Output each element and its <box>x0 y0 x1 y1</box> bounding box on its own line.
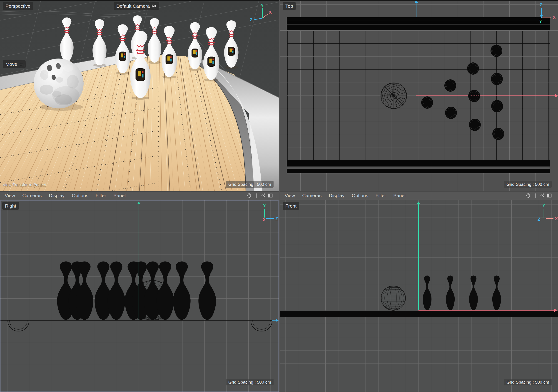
svg-text:X: X <box>263 217 266 222</box>
grid-spacing-top: Grid Spacing : 500 cm <box>504 181 552 188</box>
tool-badge-move[interactable]: Move <box>3 60 26 68</box>
grid-spacing-right: Grid Spacing : 500 cm <box>226 379 274 385</box>
menu-options[interactable]: Options <box>68 193 92 198</box>
application-window: View Cameras Display Options Filter Pane… <box>0 0 558 392</box>
svg-text:Z: Z <box>250 17 253 22</box>
grid-spacing-perspective: Grid Spacing : 500 cm <box>226 181 274 188</box>
front-background <box>280 200 558 392</box>
top-scene <box>280 0 558 191</box>
menu-view[interactable]: View <box>280 193 298 198</box>
svg-text:X: X <box>553 15 556 20</box>
svg-text:Y: Y <box>539 19 542 23</box>
menu-filter[interactable]: Filter <box>372 193 390 198</box>
front-viewport[interactable] <box>280 200 558 392</box>
menu-display[interactable]: Display <box>325 193 348 198</box>
view-transform-status: View Transform: Project <box>3 183 46 187</box>
camera-icon <box>152 4 156 8</box>
pan-hand-icon[interactable] <box>246 193 252 198</box>
menu-display[interactable]: Display <box>45 193 68 198</box>
perspective-scene <box>0 0 279 191</box>
axis-gizmo-top: Z Y X <box>533 2 557 23</box>
svg-text:Z: Z <box>538 217 540 222</box>
viewport-label-right: Right <box>2 202 19 210</box>
viewport-menubar-left: View Cameras Display Options Filter Pane… <box>0 191 279 200</box>
menu-options[interactable]: Options <box>348 193 372 198</box>
viewport-divider[interactable] <box>279 0 280 392</box>
menu-cameras[interactable]: Cameras <box>19 193 45 198</box>
menu-panel[interactable]: Panel <box>390 193 409 198</box>
svg-text:Z: Z <box>275 216 278 221</box>
viewport-label-front: Front <box>283 202 299 210</box>
lane-bar-front <box>280 310 558 317</box>
rotate-view-icon[interactable] <box>540 193 545 198</box>
viewport-label-perspective: Perspective <box>3 2 33 10</box>
axis-gizmo-right: Y X Z <box>254 203 278 224</box>
right-viewport[interactable] <box>0 200 279 392</box>
axis-gizmo-perspective: Y Z X <box>249 2 273 23</box>
ball-wireframe-front[interactable] <box>381 286 406 310</box>
grid-spacing-front: Grid Spacing : 500 cm <box>504 379 552 385</box>
svg-text:X: X <box>269 10 272 15</box>
svg-text:X: X <box>555 216 558 221</box>
perspective-viewport[interactable] <box>0 0 279 191</box>
svg-text:Y: Y <box>263 203 266 208</box>
svg-text:Y: Y <box>542 203 546 208</box>
zoom-arrows-icon[interactable] <box>532 193 538 198</box>
svg-text:Y: Y <box>261 3 264 8</box>
pan-hand-icon[interactable] <box>525 193 531 198</box>
axis-gizmo-front: Y Z X <box>534 203 558 224</box>
viewport-menubar-right: View Cameras Display Options Filter Pane… <box>280 191 558 200</box>
zoom-arrows-icon[interactable] <box>253 193 259 198</box>
top-viewport[interactable] <box>280 0 558 191</box>
svg-text:Z: Z <box>540 2 542 7</box>
viewport-label-top: Top <box>283 2 296 10</box>
front-scene <box>280 200 558 392</box>
rotate-view-icon[interactable] <box>261 193 266 198</box>
toggle-layout-icon[interactable] <box>268 193 273 198</box>
move-tool-icon <box>19 62 23 66</box>
camera-badge[interactable]: Default Camera <box>113 2 159 10</box>
right-scene <box>0 200 279 392</box>
menu-panel[interactable]: Panel <box>110 193 129 198</box>
toggle-layout-icon[interactable] <box>547 193 552 198</box>
menu-cameras[interactable]: Cameras <box>298 193 325 198</box>
menu-view[interactable]: View <box>0 193 19 198</box>
menu-filter[interactable]: Filter <box>92 193 110 198</box>
ball-wireframe-top[interactable] <box>381 83 407 109</box>
